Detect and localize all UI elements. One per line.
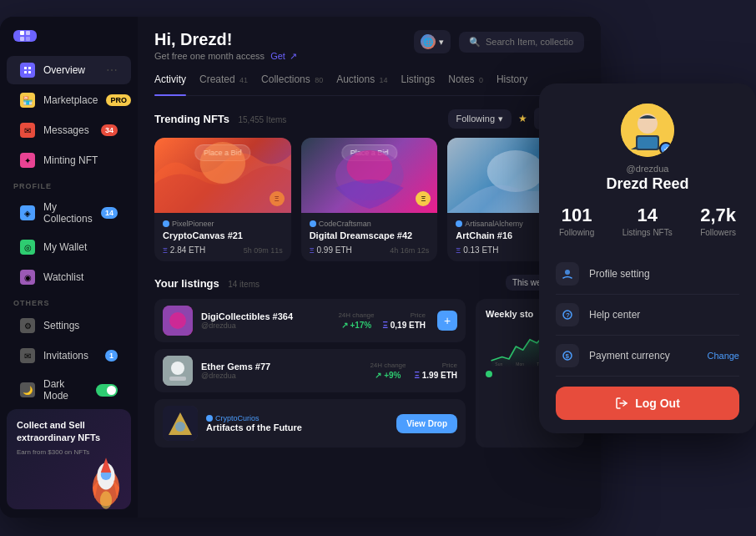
tab-created[interactable]: Created 41 <box>199 73 248 88</box>
featured-listing-info: CryptoCurios Artifacts of the Future <box>206 414 388 432</box>
payment-currency-item[interactable]: $ Payment currency Change <box>556 336 739 377</box>
listings-header: Your listings 14 items This week ▾ 🔍 <box>154 275 584 291</box>
svg-rect-7 <box>28 71 31 73</box>
listing-add-button-1[interactable]: + <box>437 311 457 331</box>
tab-collections[interactable]: Collections 80 <box>261 73 323 88</box>
listing-change-2: 24H change ↗ +9% <box>370 362 406 380</box>
sidebar-item-invitations[interactable]: ✉ Invitations 1 <box>7 341 131 370</box>
stat-followers: 2,7k Followers <box>700 206 736 237</box>
sidebar-item-watchlist[interactable]: ◉ Watchlist <box>7 263 131 291</box>
sidebar-item-minting[interactable]: ✦ Minting NFT <box>7 146 131 174</box>
darkmode-toggle[interactable] <box>96 384 118 397</box>
nft-creator-2: CodeCraftsman <box>310 220 430 228</box>
listing-row-2[interactable]: Ether Gems #77 @drezdua 24H change ↗ +9%… <box>154 349 466 392</box>
featured-creator: CryptoCurios <box>206 414 388 422</box>
listings-count: 14 items <box>228 280 260 289</box>
language-dropdown[interactable]: 🌐 ▾ <box>414 30 451 53</box>
minting-icon: ✦ <box>20 153 35 168</box>
help-center-label: Help center <box>589 309 739 321</box>
svg-rect-0 <box>20 31 24 35</box>
listing-info-2: Ether Gems #77 @drezdua <box>201 362 361 380</box>
promo-text: Collect and Sell extraordinary NFTs <box>17 419 121 445</box>
svg-point-27 <box>175 422 185 432</box>
sidebar-overview-label: Overview <box>43 64 85 76</box>
chevron-down-icon: ▾ <box>498 114 503 124</box>
verified-icon-1 <box>163 220 169 227</box>
svg-point-23 <box>171 362 184 375</box>
followers-value: 2,7k <box>700 206 736 225</box>
featured-listing-image <box>163 406 198 441</box>
tab-notes[interactable]: Notes 0 <box>448 73 483 88</box>
svg-text:Mon: Mon <box>516 362 524 367</box>
help-center-item[interactable]: ? Help center <box>556 295 739 336</box>
invitations-icon: ✉ <box>20 348 35 363</box>
change-currency-link[interactable]: Change <box>707 351 739 361</box>
tab-activity[interactable]: Activity <box>154 73 186 88</box>
marketplace-icon: 🏪 <box>20 93 35 108</box>
sidebar-item-wallet[interactable]: ◎ My Wallet <box>7 233 131 261</box>
sidebar-collections-label: My Collections <box>43 201 93 225</box>
profile-popup: ✓ @drezdua Drezd Reed 101 Following 14 L… <box>539 83 756 433</box>
nft-image-2: Place a Bid Ξ <box>301 138 438 213</box>
svg-rect-3 <box>26 37 30 41</box>
listing-price-1: Price Ξ 0,19 ETH <box>383 311 426 330</box>
svg-text:$: $ <box>566 352 570 360</box>
nft-price-1: Ξ 2.84 ETH <box>163 245 205 255</box>
navigation-tabs: Activity Created 41 Collections 80 Aucti… <box>154 73 584 96</box>
svg-rect-1 <box>26 31 30 35</box>
listings-section: Your listings 14 items This week ▾ 🔍 <box>154 275 584 448</box>
verified-icon-3 <box>456 220 462 227</box>
profile-setting-icon <box>556 262 579 286</box>
sidebar-minting-label: Minting NFT <box>43 154 98 166</box>
view-drop-button[interactable]: View Drop <box>396 414 457 433</box>
svg-point-21 <box>169 312 186 329</box>
featured-listing-row: CryptoCurios Artifacts of the Future Vie… <box>154 399 466 448</box>
sidebar-others-label: OTHERS <box>0 292 138 311</box>
svg-rect-5 <box>28 67 31 69</box>
profile-stats: 101 Following 14 Listings NFTs 2,7k Foll… <box>556 206 739 237</box>
listing-user-1: @drezdua <box>201 321 330 330</box>
following-button[interactable]: Following ▾ <box>448 109 512 129</box>
free-access-link[interactable]: Get <box>270 51 285 61</box>
profile-handle: @drezdua <box>556 164 739 174</box>
nft-card-2-info: CodeCraftsman Digital Dreamscape #42 Ξ 0… <box>301 213 438 261</box>
nft-timer-2: 4h 16m 12s <box>390 246 429 255</box>
sidebar-item-settings[interactable]: ⚙ Settings <box>7 311 131 340</box>
nft-card-1[interactable]: Place a Bid Ξ PixelPioneer CryptoCanvas … <box>154 138 291 261</box>
tab-listings[interactable]: Listings <box>401 73 436 88</box>
sidebar-item-messages[interactable]: ✉ Messages 34 <box>7 116 131 144</box>
sidebar-item-darkmode[interactable]: 🌙 Dark Mode <box>7 372 131 408</box>
logout-label: Log Out <box>635 397 680 410</box>
listing-row-1[interactable]: DigiCollectibles #364 @drezdua 24H chang… <box>154 299 466 342</box>
nft-footer-2: Ξ 0.99 ETH 4h 16m 12s <box>310 245 430 255</box>
sidebar-item-overview[interactable]: Overview ⋯ <box>7 56 131 84</box>
search-input[interactable] <box>486 37 574 47</box>
sidebar-item-marketplace[interactable]: 🏪 Marketplace PRO <box>7 86 131 114</box>
nft-name-1: CryptoCanvas #21 <box>163 230 283 240</box>
star-icon[interactable]: ★ <box>518 113 527 124</box>
marketplace-badge: PRO <box>106 94 131 106</box>
sidebar-overview-more: ⋯ <box>106 63 118 77</box>
logout-button[interactable]: Log Out <box>556 387 739 420</box>
arrow-icon: ↗ <box>290 51 297 61</box>
following-label: Following <box>559 228 594 237</box>
collections-icon: ◈ <box>20 205 35 220</box>
search-bar: 🔍 <box>459 32 584 53</box>
payment-currency-label: Payment currency <box>589 350 697 362</box>
profile-verified-badge: ✓ <box>659 142 673 155</box>
nft-card-2[interactable]: Place a Bid Ξ CodeCraftsman Digital Drea… <box>301 138 438 261</box>
tab-history[interactable]: History <box>496 73 527 88</box>
svg-point-38 <box>565 270 570 275</box>
profile-avatar: ✓ <box>621 104 674 157</box>
sidebar-item-collections[interactable]: ◈ My Collections 14 <box>7 195 131 231</box>
sidebar-logo[interactable] <box>13 30 37 42</box>
svg-rect-36 <box>638 137 658 149</box>
listing-change-val-2: ↗ +9% <box>370 371 406 380</box>
listings-title: Your listings <box>154 277 219 290</box>
logout-icon <box>615 397 628 410</box>
greeting-subtitle: Get free one month access Get ↗ <box>154 51 297 62</box>
tab-auctions[interactable]: Auctions 14 <box>336 73 387 88</box>
profile-setting-item[interactable]: Profile setting <box>556 254 739 295</box>
messages-badge: 34 <box>101 124 118 136</box>
listing-image-1 <box>163 306 193 336</box>
